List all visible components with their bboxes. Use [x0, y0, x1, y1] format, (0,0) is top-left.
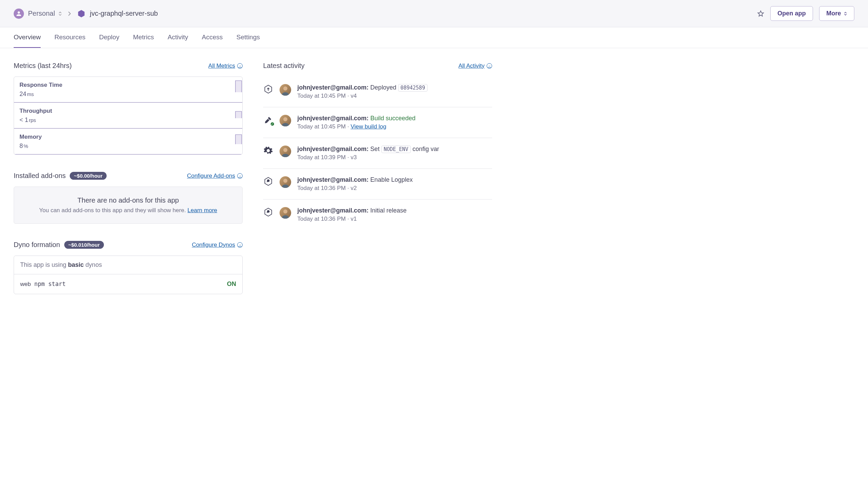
release-icon: [263, 176, 273, 187]
tab-access[interactable]: Access: [202, 27, 223, 48]
addons-empty-title: There are no add-ons for this app: [24, 196, 233, 204]
addons-empty-state: There are no add-ons for this app You ca…: [14, 187, 243, 224]
tab-overview[interactable]: Overview: [14, 27, 41, 48]
dyno-tier: basic: [68, 261, 84, 268]
deploy-icon: [263, 84, 273, 94]
activity-timestamp: Today at 10:45 PM · View build log: [297, 123, 492, 130]
activity-timestamp: Today at 10:36 PM · v1: [297, 216, 492, 222]
arrow-right-icon: →: [487, 63, 492, 69]
all-activity-label: All Activity: [458, 63, 485, 69]
activity-body: johnjvester@gmail.com: Enable Logplex To…: [297, 176, 492, 192]
activity-user: johnjvester@gmail.com:: [297, 84, 369, 91]
workspace-breadcrumb[interactable]: Personal: [28, 10, 62, 17]
app-hex-icon: [77, 9, 86, 18]
addons-title: Installed add-ons ~$0.00/hour: [14, 172, 107, 180]
workspace-avatar[interactable]: [14, 9, 24, 19]
activity-body: johnjvester@gmail.com: Deployed 08942589…: [297, 84, 492, 99]
dyno-process-cmd: npm start: [34, 280, 66, 287]
check-icon: ✓: [270, 122, 275, 126]
dyno-box: This app is using basic dynos webnpm sta…: [14, 256, 243, 294]
activity-title-line: johnjvester@gmail.com: Deployed 08942589: [297, 84, 492, 91]
configure-addons-link[interactable]: Configure Add-ons →: [187, 173, 243, 179]
tab-deploy[interactable]: Deploy: [99, 27, 119, 48]
activity-user: johnjvester@gmail.com:: [297, 176, 369, 183]
activity-action: Deployed: [369, 84, 398, 91]
dyno-price-badge: ~$0.010/hour: [64, 241, 104, 249]
workspace-label: Personal: [28, 10, 55, 17]
arrow-right-icon: →: [237, 173, 243, 179]
all-activity-link[interactable]: All Activity →: [458, 63, 492, 69]
configure-dynos-label: Configure Dynos: [192, 242, 235, 248]
tab-activity[interactable]: Activity: [167, 27, 188, 48]
activity-title: Latest activity: [263, 62, 304, 70]
user-avatar: [280, 176, 291, 188]
learn-more-link[interactable]: Learn more: [188, 207, 217, 214]
configure-addons-label: Configure Add-ons: [187, 173, 235, 179]
addons-title-label: Installed add-ons: [14, 172, 66, 180]
app-tabs: Overview Resources Deploy Metrics Activi…: [0, 27, 868, 48]
dyno-title: Dyno formation ~$0.010/hour: [14, 241, 104, 249]
svg-point-3: [283, 179, 287, 183]
view-build-log-link[interactable]: View build log: [351, 123, 386, 130]
activity-timestamp: Today at 10:39 PM · v3: [297, 154, 492, 161]
metric-throughput[interactable]: Throughput < 1rps: [14, 103, 242, 129]
activity-item: johnjvester@gmail.com: Initial release T…: [263, 200, 492, 230]
tab-settings[interactable]: Settings: [236, 27, 260, 48]
all-metrics-link[interactable]: All Metrics →: [208, 63, 243, 69]
metrics-title: Metrics (last 24hrs): [14, 62, 72, 70]
more-label: More: [826, 10, 841, 17]
header-actions: Open app More: [757, 6, 854, 21]
activity-action: Initial release: [369, 207, 407, 214]
activity-item: johnjvester@gmail.com: Set NODE_ENV conf…: [263, 138, 492, 169]
header: Personal jvc-graphql-server-sub Open app…: [0, 0, 868, 27]
breadcrumb: Personal jvc-graphql-server-sub: [14, 9, 158, 19]
user-avatar: [280, 146, 291, 157]
build-status: Build succeeded: [370, 115, 416, 122]
dyno-section: Dyno formation ~$0.010/hour Configure Dy…: [14, 241, 243, 294]
activity-action: Set: [369, 146, 381, 152]
build-icon: ✓: [263, 115, 273, 125]
activity-title-line: johnjvester@gmail.com: Set NODE_ENV conf…: [297, 146, 492, 153]
addons-section: Installed add-ons ~$0.00/hour Configure …: [14, 172, 243, 224]
svg-point-1: [283, 117, 287, 121]
dyno-process-type: web: [20, 281, 31, 287]
right-column: Latest activity All Activity →: [263, 62, 492, 311]
dyno-header: Dyno formation ~$0.010/hour Configure Dy…: [14, 241, 243, 249]
dyno-status: ON: [227, 280, 236, 288]
deploy-hash-badge: 08942589: [398, 84, 428, 92]
open-app-button[interactable]: Open app: [770, 6, 813, 21]
left-column: Metrics (last 24hrs) All Metrics → Respo…: [14, 62, 243, 311]
chevron-up-down-icon: [844, 11, 847, 16]
activity-timestamp: Today at 10:36 PM · v2: [297, 185, 492, 192]
activity-list: johnjvester@gmail.com: Deployed 08942589…: [263, 77, 492, 230]
activity-action: Enable Logplex: [369, 176, 413, 183]
activity-header: Latest activity All Activity →: [263, 62, 492, 70]
content: Metrics (last 24hrs) All Metrics → Respo…: [0, 48, 506, 325]
user-avatar: [280, 115, 291, 126]
addons-price-badge: ~$0.00/hour: [70, 172, 107, 180]
svg-point-0: [283, 86, 287, 91]
activity-item: ✓ johnjvester@gmail.com: Build succeeded…: [263, 107, 492, 138]
open-app-label: Open app: [777, 10, 806, 17]
dyno-process-row: webnpm start ON: [14, 274, 242, 294]
arrow-right-icon: →: [237, 242, 243, 248]
metric-memory[interactable]: Memory 8%: [14, 129, 242, 154]
dyno-command: webnpm start: [20, 280, 66, 288]
configure-dynos-link[interactable]: Configure Dynos →: [192, 242, 243, 248]
metric-response-time[interactable]: Response Time 24ms: [14, 77, 242, 103]
dyno-type-notice: This app is using basic dynos: [14, 256, 242, 274]
metrics-header: Metrics (last 24hrs) All Metrics →: [14, 62, 243, 70]
gear-icon: [263, 146, 273, 156]
person-icon: [15, 10, 22, 17]
activity-body: johnjvester@gmail.com: Initial release T…: [297, 207, 492, 222]
activity-user: johnjvester@gmail.com:: [297, 146, 369, 152]
activity-user: johnjvester@gmail.com:: [297, 207, 369, 214]
addons-header: Installed add-ons ~$0.00/hour Configure …: [14, 172, 243, 180]
tab-resources[interactable]: Resources: [54, 27, 85, 48]
tab-metrics[interactable]: Metrics: [133, 27, 154, 48]
svg-point-2: [283, 148, 287, 152]
dyno-title-label: Dyno formation: [14, 241, 60, 249]
metrics-box: Response Time 24ms Throughput < 1rps Mem…: [14, 77, 243, 155]
more-button[interactable]: More: [819, 6, 854, 21]
star-icon[interactable]: [757, 10, 764, 17]
